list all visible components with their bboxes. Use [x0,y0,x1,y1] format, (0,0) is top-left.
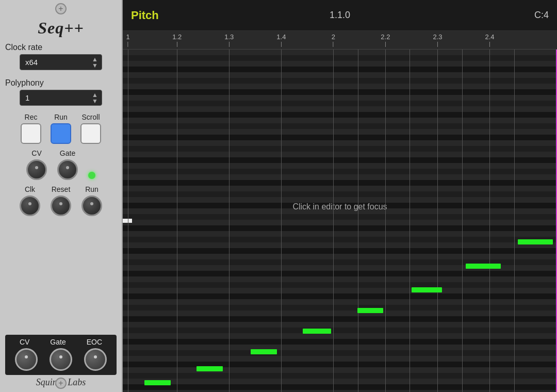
editor-header: Pitch 1.1.0 C:4 [123,0,557,31]
timeline-tick [489,42,490,47]
output-eoc-label: EOC [87,338,102,346]
gate-led-group [88,162,95,180]
clk-knob[interactable] [20,195,40,216]
scroll-button[interactable] [80,123,101,144]
timeline-mark-label: 1 [126,33,129,41]
polyphony-wrapper: 1234 5678 ▲▼ [20,90,102,106]
timeline-tick [177,42,177,47]
vertical-grid-line [385,50,386,392]
note-bar[interactable] [518,239,552,244]
scroll-label: Scroll [81,113,100,121]
clk-reset-run-row: Clk Reset Run [20,185,102,216]
note-bar[interactable] [251,349,277,354]
clk-knob-indicator [28,202,31,205]
reset-knob-indicator [59,202,62,205]
timeline-mark: 1.2 [172,33,182,47]
timeline-mark-label: 2 [332,33,335,41]
timeline-mark-label: 2.2 [381,33,390,41]
editor-panel[interactable]: Pitch 1.1.0 C:4 11.21.31.422.22.32.4 Cli… [123,0,557,392]
timeline-mark: 1.4 [276,33,286,47]
app-logo: Seq++ [38,19,84,38]
timeline-tick [437,42,438,47]
reset-knob-group: Reset [51,185,71,216]
polyphony-select[interactable]: 1234 5678 [20,90,102,106]
gate-led [88,172,95,179]
cv-knob-group: CV [26,149,47,180]
run-label: Run [54,113,68,121]
note-bar[interactable] [357,308,384,313]
note-bar[interactable] [196,366,223,371]
run-knob[interactable] [81,195,102,216]
gate-label: Gate [60,149,75,157]
vertical-grid-line [229,50,230,392]
vertical-grid-line [437,50,438,392]
timeline-mark: 2.2 [381,33,390,47]
vertical-grid-line [409,50,410,392]
gate-knob[interactable] [57,159,78,180]
note-display: C:4 [534,10,549,21]
output-section: CV Gate EOC [5,335,117,375]
timeline-tick [333,42,334,47]
vertical-grid-line [128,50,128,392]
timeline-mark: 2.4 [485,33,494,47]
run-input-label: Run [85,185,99,193]
vertical-grid-line [281,50,282,392]
pitch-label: Pitch [131,9,159,22]
timeline-tick [128,42,128,47]
grid-area[interactable]: Click in editor to get focus [123,50,557,392]
vertical-grid-line [489,50,490,392]
cv-label: CV [31,149,41,157]
top-mount-circle: + [55,3,67,14]
timeline-mark: 1 [126,33,129,47]
vertical-grid-line [177,50,177,392]
timeline-tick [229,42,230,47]
vertical-grid-line [514,50,515,392]
playhead-marker [123,219,132,223]
output-cv-knob-indicator [25,355,28,358]
cv-knob-indicator [35,166,38,169]
run-knob-group: Run [81,185,102,216]
note-bar[interactable] [466,264,500,269]
timeline-mark-label: 1.4 [276,33,286,41]
bottom-mount-circle: + [55,378,67,389]
output-gate-knob-indicator [59,355,62,358]
clock-rate-select[interactable]: x1x2x4x8 x16x32x64x128 [20,54,102,70]
timeline-tick [385,42,386,47]
rec-label: Rec [25,113,38,121]
note-bar[interactable] [144,380,171,385]
timeline-mark: 2 [332,33,335,47]
plus-icon-top: + [58,5,63,13]
cv-gate-row: CV Gate [26,149,95,180]
polyphony-label: Polyphony [5,78,44,88]
output-cv-knob[interactable] [15,348,38,371]
run-button[interactable] [51,123,71,144]
run-knob-indicator [90,202,93,205]
timeline-mark-label: 1.3 [224,33,234,41]
note-bar[interactable] [412,287,442,292]
reset-label: Reset [52,185,71,193]
run-group: Run [51,113,71,144]
timeline-mark: 2.3 [433,33,442,47]
scroll-group: Scroll [80,113,101,144]
plus-icon-bottom: + [58,379,63,387]
rec-group: Rec [21,113,41,144]
output-cv-label: CV [20,338,29,346]
output-eoc-knob-indicator [94,355,97,358]
left-panel: + Seq++ Clock rate x1x2x4x8 x16x32x64x12… [0,0,123,392]
gate-knob-group: Gate [57,149,78,180]
cv-knob[interactable] [26,159,47,180]
position-display: 1.1.0 [330,10,350,21]
timeline-mark-label: 2.3 [433,33,442,41]
led-spacer [88,162,95,170]
grid-stripes [123,50,557,392]
output-labels: CV Gate EOC [9,338,112,346]
output-eoc-knob[interactable] [84,348,107,371]
reset-knob[interactable] [51,195,71,216]
note-bar[interactable] [303,329,331,334]
output-gate-knob[interactable] [50,348,72,371]
timeline-mark-label: 1.2 [172,33,182,41]
clk-knob-group: Clk [20,185,40,216]
timeline-mark-label: 2.4 [485,33,494,41]
rec-button[interactable] [21,123,41,144]
output-gate-label: Gate [50,338,65,346]
